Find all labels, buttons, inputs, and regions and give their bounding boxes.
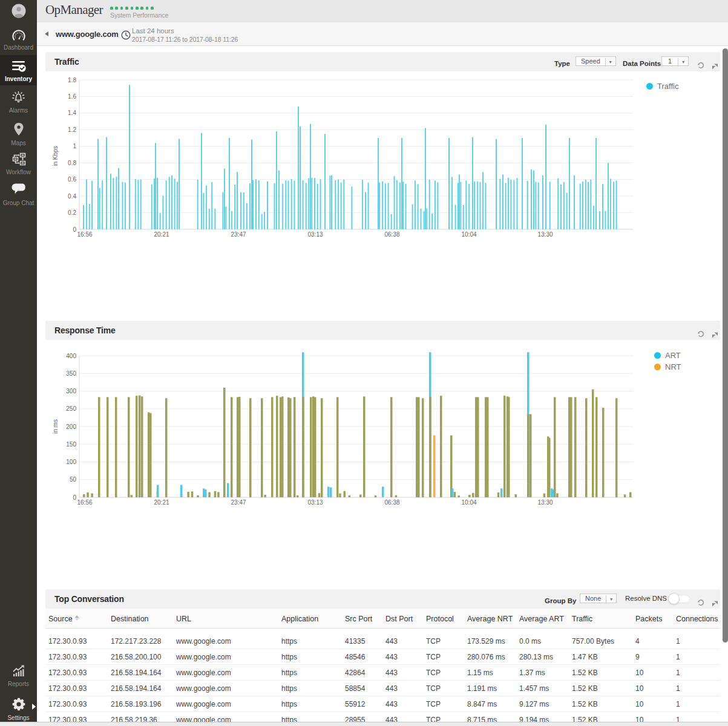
svg-text:03:13: 03:13 [307,499,323,506]
svg-text:10:04: 10:04 [461,231,476,238]
svg-text:1.2: 1.2 [68,126,76,133]
svg-text:100: 100 [66,459,76,465]
svg-text:23:47: 23:47 [231,499,246,506]
svg-text:1: 1 [73,143,76,149]
svg-text:16:56: 16:56 [77,499,92,506]
svg-text:300: 300 [66,388,76,394]
svg-text:16:56: 16:56 [77,231,92,238]
svg-text:06:38: 06:38 [384,499,399,506]
svg-text:0.6: 0.6 [68,176,76,183]
svg-text:10:04: 10:04 [461,499,476,506]
svg-text:0: 0 [73,226,76,233]
svg-text:1.4: 1.4 [68,110,76,116]
svg-text:350: 350 [66,370,76,377]
svg-text:1.8: 1.8 [68,77,76,83]
svg-text:250: 250 [66,405,76,412]
svg-text:0: 0 [73,494,76,501]
svg-text:1.6: 1.6 [68,93,76,100]
svg-text:150: 150 [66,441,76,448]
svg-text:200: 200 [66,424,76,430]
svg-text:13:30: 13:30 [537,231,553,238]
svg-text:0.4: 0.4 [68,193,76,200]
svg-text:in Kbps: in Kbps [52,146,59,166]
svg-text:in ms: in ms [52,419,59,434]
svg-text:20:21: 20:21 [154,499,169,506]
svg-text:13:30: 13:30 [537,499,553,506]
svg-text:0.8: 0.8 [68,160,76,166]
svg-text:06:38: 06:38 [384,231,399,238]
svg-text:20:21: 20:21 [154,231,169,238]
svg-text:400: 400 [66,353,76,359]
svg-text:03:13: 03:13 [307,231,323,238]
svg-text:0.2: 0.2 [68,209,76,216]
svg-text:23:47: 23:47 [231,231,246,238]
svg-text:50: 50 [70,476,77,483]
